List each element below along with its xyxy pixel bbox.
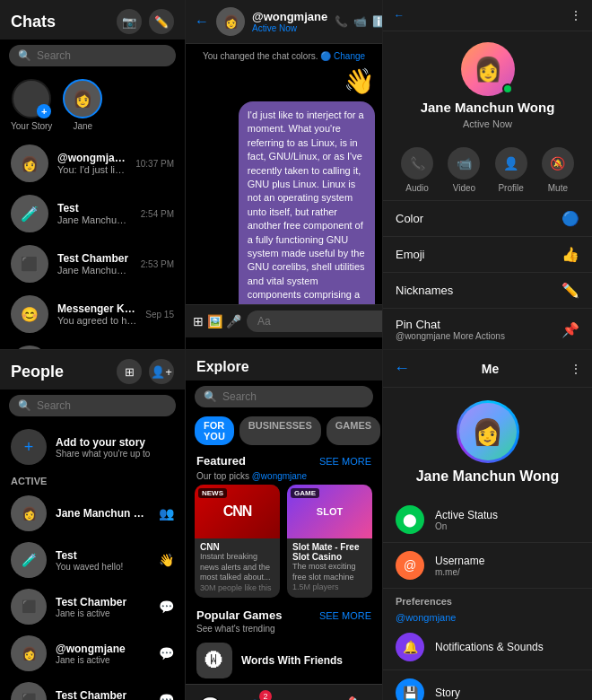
profile-avatar: 👩 — [459, 403, 517, 460]
more-icon[interactable]: ⋮ — [570, 9, 581, 22]
grid-icon[interactable]: ⊞ — [193, 314, 204, 328]
people-search-input[interactable] — [37, 399, 167, 412]
words-with-friends-item[interactable]: 🅦 Words With Friends — [186, 637, 382, 684]
explore-search-input[interactable] — [222, 390, 364, 403]
chat-time: Sep 15 — [145, 310, 174, 319]
people-add-icon[interactable]: 👤+ — [149, 359, 174, 384]
notifications-item[interactable]: 🔔 Notifications & Sounds — [383, 625, 592, 670]
chat-item[interactable]: 😊 Messenger Kids You agreed to have Mess… — [0, 289, 185, 339]
add-story-row[interactable]: + Add to your story Share what you're up… — [0, 422, 185, 472]
people-action-icon[interactable]: 👥 — [159, 506, 174, 521]
nav-people-2[interactable]: 👥 2 — [235, 685, 284, 700]
profile-back-icon[interactable]: ← — [394, 359, 410, 378]
pin-chat-icon: 📌 — [562, 321, 579, 338]
nav-chats-2[interactable]: 💬 — [186, 685, 235, 700]
story-row: + Your Story 👩 Jane — [0, 72, 185, 138]
people-sub: Jane is active — [56, 608, 150, 618]
username-icon: @ — [396, 551, 424, 580]
info-panel: ← ⋮ 👩 Jane Manchun Wong Active Now 📞 Aud… — [383, 0, 592, 349]
people-item[interactable]: 👩 Jane Manchun Wong 👥 — [0, 490, 185, 537]
emoji-label: Emoji — [396, 248, 425, 261]
people-chat-icon[interactable]: 💬 — [159, 599, 174, 614]
slots-meta: 1.5M players — [292, 582, 367, 591]
cnn-badge: NEWS — [198, 488, 227, 498]
chats-header: Chats 📷 ✏️ — [0, 0, 185, 39]
game-info: Words With Friends — [241, 654, 371, 667]
popular-see-more[interactable]: SEE MORE — [319, 610, 371, 621]
tab-for-you[interactable]: FOR YOU — [195, 416, 234, 445]
jane-story[interactable]: 👩 Jane — [63, 79, 102, 131]
people-item[interactable]: ⬛ Test Chamber Jane is active 💬 — [0, 583, 185, 630]
chat-name: @wongmjane — [57, 152, 126, 164]
chat-item[interactable]: 👩 @wongmjane Jane voted for '1' in the p… — [0, 339, 185, 349]
username-label: Username — [435, 555, 484, 567]
people-info: Test You waved hello! — [56, 549, 150, 572]
people-sub: Jane is active — [56, 655, 150, 665]
username-item[interactable]: @ Username m.me/ — [383, 543, 592, 589]
explore-search-bar[interactable]: 🔍 — [195, 386, 373, 407]
chat-top-icons: 📞 📹 ℹ️ — [335, 15, 383, 28]
your-story[interactable]: + Your Story — [11, 79, 52, 131]
popular-games-title: Popular Games — [196, 608, 282, 622]
people-chat-icon[interactable]: 💬 — [159, 646, 174, 661]
chats-search-input[interactable] — [37, 49, 167, 62]
color-menu-item[interactable]: Color 🔵 — [383, 201, 592, 237]
data-saver-label: Story — [435, 687, 460, 699]
pin-chat-info: Pin Chat @wongmjane More Actions — [396, 318, 505, 341]
people-search-bar[interactable]: 🔍 — [9, 395, 176, 416]
people-item[interactable]: ⬛ Test Chamber Jane is active 💬 — [0, 677, 185, 700]
profile-header: ← Me ⋮ — [383, 350, 592, 388]
chats-header-icons: 📷 ✏️ — [117, 9, 174, 34]
back-icon[interactable]: ← — [195, 13, 209, 30]
slots-card[interactable]: GAME SLOT Slot Mate - Free Slot Casino T… — [287, 485, 372, 598]
nav-compose-2[interactable]: ✏️ — [333, 685, 382, 700]
nav-stories-2[interactable]: ◎ — [284, 685, 334, 700]
pin-chat-menu-item[interactable]: Pin Chat @wongmjane More Actions 📌 — [383, 309, 592, 349]
info-profile: 👩 Jane Manchun Wong Active Now — [383, 31, 592, 140]
audio-action[interactable]: 📞 Audio — [401, 147, 433, 193]
camera-icon[interactable]: 📷 — [117, 9, 142, 34]
people-avatar: ⬛ — [11, 589, 47, 625]
phone-icon[interactable]: 📞 — [335, 15, 348, 28]
image-icon[interactable]: 🖼️ — [207, 314, 222, 328]
back-arrow-icon[interactable]: ← — [394, 9, 405, 22]
active-status-item[interactable]: ⬤ Active Status On — [383, 497, 592, 543]
video-label: Video — [453, 183, 475, 193]
video-icon[interactable]: 📹 — [353, 15, 367, 28]
chat-item[interactable]: 👩 @wongmjane You: I'd just like to inter… — [0, 138, 185, 188]
active-status-icon: ⬤ — [396, 505, 424, 534]
people-name: Test Chamber — [56, 596, 150, 608]
info-icon[interactable]: ℹ️ — [372, 15, 383, 28]
profile-action[interactable]: 👤 Profile — [495, 147, 527, 193]
tab-games[interactable]: GAMES — [326, 416, 380, 445]
system-message: You changed the chat colors. 🔵 Change — [193, 51, 375, 61]
chat-item[interactable]: ⬛ Test Chamber Jane Manchun Wong sent an… — [0, 239, 185, 289]
chat-item[interactable]: 🧪 Test Jane Manchun Wong sent an actio..… — [0, 188, 185, 239]
cnn-card-image: NEWS CNN — [195, 485, 280, 538]
profile-avatar-section: 👩 Jane Manchun Wong — [383, 388, 592, 497]
video-action[interactable]: 📹 Video — [448, 147, 480, 193]
people-item[interactable]: 👩 @wongmjane Jane is active 💬 — [0, 630, 185, 677]
jane-story-avatar: 👩 — [63, 79, 102, 118]
profile-more-icon[interactable]: ⋮ — [570, 363, 581, 375]
mute-action[interactable]: 🔕 Mute — [542, 147, 574, 193]
data-saver-item[interactable]: 💾 Story — [383, 670, 592, 700]
people-chat-icon[interactable]: 💬 — [159, 693, 174, 700]
explore-tabs: FOR YOU BUSINESSES GAMES — [186, 413, 382, 449]
people-wave-icon[interactable]: 👋 — [159, 553, 174, 567]
chat-time: 2:53 PM — [141, 259, 174, 269]
featured-see-more[interactable]: SEE MORE — [319, 456, 371, 467]
tab-businesses[interactable]: BUSINESSES — [239, 416, 321, 445]
nicknames-menu-item[interactable]: Nicknames ✏️ — [383, 273, 592, 309]
message-input[interactable] — [247, 311, 383, 332]
chats-search-bar[interactable]: 🔍 — [9, 45, 176, 66]
people-discover-icon[interactable]: ⊞ — [117, 359, 142, 384]
chat-contact-status: Active Now — [252, 23, 327, 33]
mic-icon[interactable]: 🎤 — [226, 314, 241, 328]
emoji-menu-item[interactable]: Emoji 👍 — [383, 237, 592, 273]
cnn-card[interactable]: NEWS CNN CNN Instant breaking news alert… — [195, 485, 280, 598]
chat-preview: You agreed to have Messenger Kids... — [57, 315, 136, 326]
people-item[interactable]: 🧪 Test You waved hello! 👋 — [0, 537, 185, 583]
compose-icon[interactable]: ✏️ — [149, 9, 174, 34]
chat-name: Test — [57, 202, 132, 214]
